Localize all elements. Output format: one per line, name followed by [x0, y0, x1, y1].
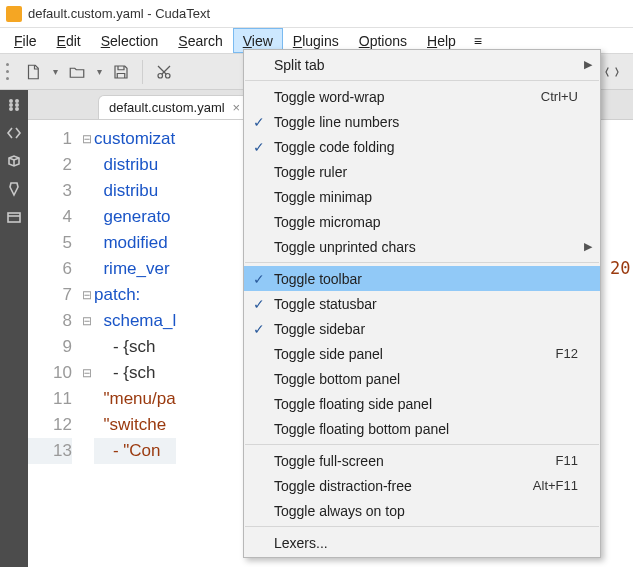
code-line[interactable]: - {sch [94, 360, 176, 386]
menu-item-toggle-distraction-free[interactable]: Toggle distraction-freeAlt+F11 [244, 473, 600, 498]
tab-close-icon[interactable]: × [233, 100, 241, 115]
menu-item-label: Toggle unprinted chars [274, 239, 578, 255]
code-line[interactable]: generato [94, 204, 176, 230]
menu-item-label: Toggle word-wrap [274, 89, 529, 105]
open-file-dropdown[interactable]: ▾ [94, 66, 104, 77]
menu-search[interactable]: Search [168, 28, 232, 53]
code-line[interactable]: "menu/pa [94, 386, 176, 412]
submenu-arrow-icon: ▶ [578, 240, 592, 253]
menu-item-toggle-bottom-panel[interactable]: Toggle bottom panel [244, 366, 600, 391]
fold-marker[interactable]: ⊟ [80, 282, 94, 308]
menu-item-label: Toggle line numbers [274, 114, 578, 130]
menu-item-toggle-always-on-top[interactable]: Toggle always on top [244, 498, 600, 523]
open-file-button[interactable] [62, 58, 92, 86]
line-number: 13 [28, 438, 72, 464]
title-bar: default.custom.yaml - CudaText [0, 0, 633, 28]
svg-point-7 [16, 108, 18, 110]
menu-item-toggle-floating-bottom-panel[interactable]: Toggle floating bottom panel [244, 416, 600, 441]
menu-item-toggle-full-screen[interactable]: Toggle full-screenF11 [244, 448, 600, 473]
code-line[interactable]: distribu [94, 178, 176, 204]
fold-marker [80, 256, 94, 282]
check-icon: ✓ [244, 321, 274, 337]
menu-item-label: Toggle always on top [274, 503, 578, 519]
peek-text: 20 [610, 258, 630, 278]
code-line[interactable]: rime_ver [94, 256, 176, 282]
code-line[interactable]: - {sch [94, 334, 176, 360]
menu-item-toggle-ruler[interactable]: Toggle ruler [244, 159, 600, 184]
fold-marker[interactable]: ⊟ [80, 360, 94, 386]
fold-marker [80, 204, 94, 230]
menu-item-label: Toggle sidebar [274, 321, 578, 337]
save-file-button[interactable] [106, 58, 136, 86]
menu-item-label: Toggle code folding [274, 139, 578, 155]
code-line[interactable]: "switche [94, 412, 176, 438]
menu-item-lexers[interactable]: Lexers... [244, 530, 600, 555]
menu-selection[interactable]: Selection [91, 28, 169, 53]
menu-item-label: Toggle distraction-free [274, 478, 521, 494]
menu-item-label: Toggle minimap [274, 189, 578, 205]
code-line[interactable]: customizat [94, 126, 176, 152]
line-number: 4 [28, 204, 72, 230]
code-line[interactable]: modified [94, 230, 176, 256]
menu-separator [245, 80, 599, 81]
line-number: 3 [28, 178, 72, 204]
check-icon: ✓ [244, 296, 274, 312]
menu-item-toggle-floating-side-panel[interactable]: Toggle floating side panel [244, 391, 600, 416]
line-number: 12 [28, 412, 72, 438]
line-number: 9 [28, 334, 72, 360]
check-icon: ✓ [244, 139, 274, 155]
menu-item-toggle-line-numbers[interactable]: ✓Toggle line numbers [244, 109, 600, 134]
line-number: 8 [28, 308, 72, 334]
svg-point-5 [16, 100, 18, 102]
new-file-button[interactable] [18, 58, 48, 86]
fold-marker [80, 412, 94, 438]
check-icon: ✓ [244, 114, 274, 130]
menu-item-label: Toggle statusbar [274, 296, 578, 312]
project-icon[interactable] [5, 152, 23, 170]
menu-item-split-tab[interactable]: Split tab▶ [244, 52, 600, 77]
menu-item-toggle-code-folding[interactable]: ✓Toggle code folding [244, 134, 600, 159]
menu-item-toggle-minimap[interactable]: Toggle minimap [244, 184, 600, 209]
snippet-icon[interactable] [5, 180, 23, 198]
activity-sidebar [0, 90, 28, 567]
tabs-icon[interactable] [5, 208, 23, 226]
menu-item-toggle-side-panel[interactable]: Toggle side panelF12 [244, 341, 600, 366]
menu-separator [245, 262, 599, 263]
menu-item-toggle-sidebar[interactable]: ✓Toggle sidebar [244, 316, 600, 341]
menu-item-label: Toggle toolbar [274, 271, 578, 287]
new-file-dropdown[interactable]: ▾ [50, 66, 60, 77]
fold-marker[interactable]: ⊟ [80, 308, 94, 334]
line-number: 6 [28, 256, 72, 282]
code-tree-icon[interactable] [5, 124, 23, 142]
menu-item-toggle-micromap[interactable]: Toggle micromap [244, 209, 600, 234]
sidebar-grip-icon[interactable] [5, 96, 23, 114]
code-line[interactable]: schema_l [94, 308, 176, 334]
menu-edit[interactable]: Edit [47, 28, 91, 53]
menu-item-toggle-word-wrap[interactable]: Toggle word-wrapCtrl+U [244, 84, 600, 109]
submenu-arrow-icon: ▶ [578, 58, 592, 71]
menu-file[interactable]: File [4, 28, 47, 53]
tab-label: default.custom.yaml [109, 100, 225, 115]
fold-marker[interactable]: ⊟ [80, 126, 94, 152]
menu-item-toggle-unprinted-chars[interactable]: Toggle unprinted chars▶ [244, 234, 600, 259]
svg-rect-8 [8, 213, 20, 222]
cut-button[interactable] [149, 58, 179, 86]
code-line[interactable]: distribu [94, 152, 176, 178]
svg-point-3 [10, 104, 12, 106]
fold-marker [80, 178, 94, 204]
menu-item-label: Toggle ruler [274, 164, 578, 180]
menu-item-label: Toggle full-screen [274, 453, 544, 469]
code-line[interactable]: - "Con [94, 438, 176, 464]
menu-item-toggle-statusbar[interactable]: ✓Toggle statusbar [244, 291, 600, 316]
toolbar-overflow-button[interactable] [597, 58, 627, 86]
menu-item-shortcut: Ctrl+U [529, 89, 578, 104]
svg-point-4 [10, 108, 12, 110]
toolbar-grip[interactable] [6, 61, 12, 83]
fold-gutter: ⊟⊟⊟⊟ [80, 120, 94, 464]
window-title: default.custom.yaml - CudaText [28, 6, 210, 21]
line-number: 2 [28, 152, 72, 178]
code-line[interactable]: patch: [94, 282, 176, 308]
tab-file[interactable]: default.custom.yaml × [98, 95, 251, 119]
code-content[interactable]: customizat distribu distribu generato mo… [94, 120, 176, 464]
menu-item-toggle-toolbar[interactable]: ✓Toggle toolbar [244, 266, 600, 291]
